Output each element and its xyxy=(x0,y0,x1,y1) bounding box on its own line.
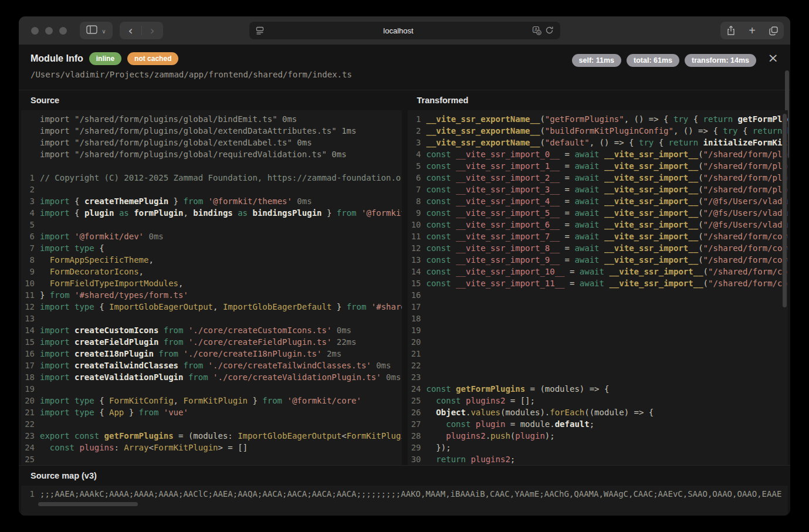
code-line: 12const __vite_ssr_import_8__ = await __… xyxy=(408,242,788,254)
code-line: 9 FormDecoratorIcons, xyxy=(21,266,402,277)
source-code-editor[interactable]: import "/shared/form/plugins/global/bind… xyxy=(21,110,402,465)
line-number: 22 xyxy=(21,418,40,430)
code-line: 4const __vite_ssr_import_0__ = await __v… xyxy=(408,148,788,160)
code-line: 4import { plugin as formPlugin, bindings… xyxy=(21,207,402,219)
reader-icon[interactable] xyxy=(255,26,265,35)
line-number: 7 xyxy=(408,184,426,195)
module-info-header: Module Info inline not cached self: 11ms… xyxy=(19,45,790,90)
tab-overview-button[interactable] xyxy=(763,22,784,39)
line-number: 22 xyxy=(408,360,426,371)
address-bar[interactable]: localhost Ax xyxy=(249,22,560,39)
line-number: 13 xyxy=(21,313,40,324)
sourcemap-code[interactable]: 1;;;AAEA;AAAkC;AAAA;AAAA;AAAA;AAClC;AAEA… xyxy=(21,486,788,500)
code-line: import "/shared/form/plugins/global/requ… xyxy=(21,148,402,160)
toolbar-right-buttons: + xyxy=(720,22,784,39)
code-line: 12import type { ImportGlobEagerOutput, I… xyxy=(21,301,402,313)
line-number: 18 xyxy=(21,371,40,383)
line-number: 23 xyxy=(21,430,40,442)
browser-window: ∨ ‹ › localhost Ax xyxy=(19,16,790,516)
code-line: 25 const plugins2 = []; xyxy=(408,395,788,406)
back-button[interactable]: ‹ xyxy=(120,22,141,39)
code-line: 16import createI18nPlugin from './core/c… xyxy=(21,348,402,360)
code-line: 6const __vite_ssr_import_2__ = await __v… xyxy=(408,172,788,184)
forward-button[interactable]: › xyxy=(141,22,163,39)
line-number: 11 xyxy=(408,231,426,242)
line-number: 23 xyxy=(408,371,426,383)
line-number: 7 xyxy=(21,242,40,254)
transformed-vertical-scrollbar[interactable] xyxy=(783,114,787,307)
code-line: 14import createCustomIcons from './core/… xyxy=(21,324,402,336)
line-number: 15 xyxy=(408,277,426,289)
line-number: 21 xyxy=(408,348,426,360)
code-line: 17 xyxy=(408,301,788,313)
code-line: 15import createFieldPlugin from './core/… xyxy=(21,336,402,348)
transform-time-badge: transform: 14ms xyxy=(685,54,756,67)
line-number: 9 xyxy=(408,207,426,219)
source-panel: Source import "/shared/form/plugins/glob… xyxy=(21,90,402,465)
line-number: 18 xyxy=(408,313,426,324)
close-window-button[interactable] xyxy=(31,27,39,35)
line-number: 6 xyxy=(408,172,426,184)
code-line: 25 xyxy=(21,453,402,465)
window-controls xyxy=(31,27,67,35)
code-line: 19 xyxy=(408,324,788,336)
line-number: 27 xyxy=(408,418,426,430)
minimize-window-button[interactable] xyxy=(45,27,53,35)
new-tab-button[interactable]: + xyxy=(742,22,763,39)
line-number: 1 xyxy=(408,113,426,125)
source-panel-title: Source xyxy=(21,90,402,110)
code-line: 21import type { App } from 'vue' xyxy=(21,406,402,418)
code-line: 11} from '#shared/types/form.ts' xyxy=(21,289,402,301)
line-number: 17 xyxy=(21,360,40,371)
code-line: 6import '@formkit/dev' 0ms xyxy=(21,231,402,242)
code-line: 1;;;AAEA;AAAkC;AAAA;AAAA;AAAA;AAClC;AAEA… xyxy=(21,488,788,500)
code-line: 7const __vite_ssr_import_3__ = await __v… xyxy=(408,184,788,195)
line-number: 28 xyxy=(408,430,426,442)
code-line: 20import type { FormKitConfig, FormKitPl… xyxy=(21,395,402,406)
code-line: import "/shared/form/plugins/global/bind… xyxy=(21,113,402,125)
sidebar-toggle-button[interactable]: ∨ xyxy=(80,22,113,39)
module-file-path: /Users/vladimir/Projects/zammad/app/fron… xyxy=(31,70,778,79)
timing-stats: self: 11ms total: 61ms transform: 14ms xyxy=(572,54,756,67)
code-line: 26 Object.values(modules).forEach((modul… xyxy=(408,406,788,418)
code-line: 24 const plugins: Array<FormKitPlugin> =… xyxy=(21,442,402,453)
code-line: 3import { createThemePlugin } from '@for… xyxy=(21,195,402,207)
self-time-badge: self: 11ms xyxy=(572,54,621,67)
share-button[interactable] xyxy=(720,22,742,39)
code-line: 16 xyxy=(408,289,788,301)
transformed-code-editor[interactable]: 1__vite_ssr_exportName__("getFormPlugins… xyxy=(408,110,788,465)
line-number: 9 xyxy=(21,266,40,277)
code-line: 5const __vite_ssr_import_1__ = await __v… xyxy=(408,160,788,172)
line-number: 5 xyxy=(408,160,426,172)
line-number: 12 xyxy=(408,242,426,254)
browser-toolbar: ∨ ‹ › localhost Ax xyxy=(19,16,790,45)
close-icon[interactable]: × xyxy=(768,52,778,65)
line-number: 20 xyxy=(21,395,40,406)
line-number: 24 xyxy=(21,442,40,453)
line-number: 14 xyxy=(21,324,40,336)
line-number: 21 xyxy=(21,406,40,418)
code-line: 13const __vite_ssr_import_9__ = await __… xyxy=(408,254,788,266)
line-number: 1 xyxy=(21,172,40,184)
code-line: 15const __vite_ssr_import_11__ = await _… xyxy=(408,277,788,289)
code-line: 10const __vite_ssr_import_6__ = await __… xyxy=(408,219,788,231)
code-line: 8 FormAppSpecificTheme, xyxy=(21,254,402,266)
code-line: 17import createTailwindClasses from './c… xyxy=(21,360,402,371)
line-number: 16 xyxy=(21,348,40,360)
sourcemap-horizontal-scrollbar[interactable] xyxy=(38,502,138,506)
line-number: 25 xyxy=(21,453,40,465)
code-line: 29 }); xyxy=(408,442,788,453)
line-number: 4 xyxy=(21,207,40,219)
code-line: 14const __vite_ssr_import_10__ = await _… xyxy=(408,266,788,277)
translate-icon[interactable]: Ax xyxy=(532,26,541,35)
line-number: 15 xyxy=(21,336,40,348)
code-panels: Source import "/shared/form/plugins/glob… xyxy=(19,90,790,465)
sourcemap-title: Source map (v3) xyxy=(19,466,790,486)
line-number: 1 xyxy=(21,488,40,500)
chevron-down-icon: ∨ xyxy=(101,28,106,35)
reload-icon[interactable] xyxy=(545,26,554,35)
code-line: 23export const getFormPlugins = (modules… xyxy=(21,430,402,442)
code-line: 23 xyxy=(408,371,788,383)
sourcemap-section: Source map (v3) 1;;;AAEA;AAAkC;AAAA;AAAA… xyxy=(19,465,790,516)
zoom-window-button[interactable] xyxy=(59,27,67,35)
